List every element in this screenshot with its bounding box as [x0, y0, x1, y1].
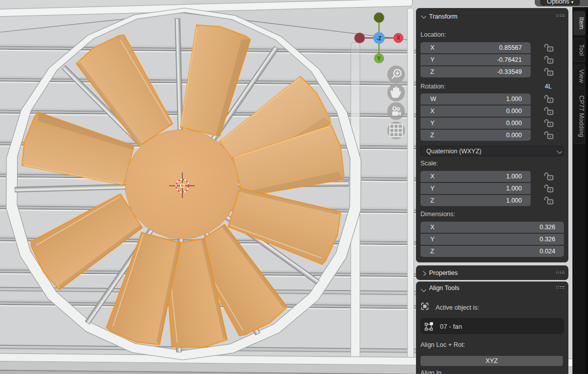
svg-text:Y: Y [377, 55, 381, 61]
svg-text:-Z: -Z [377, 35, 382, 41]
svg-text:X: X [396, 35, 400, 41]
